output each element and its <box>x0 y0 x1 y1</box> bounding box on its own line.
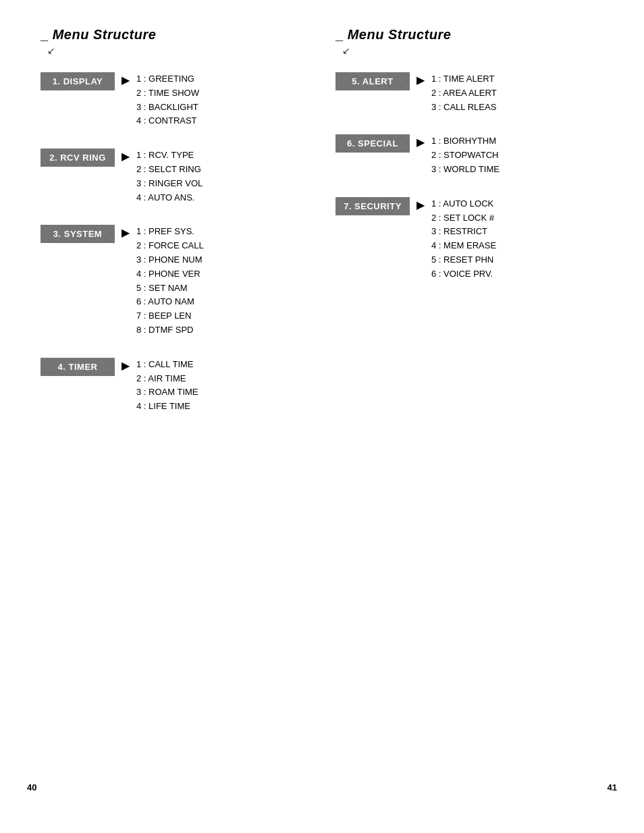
special-items: 1 : BIORHYTHM 2 : STOPWATCH 3 : WORLD TI… <box>431 134 500 176</box>
timer-items: 1 : CALL TIME 2 : AIR TIME 3 : ROAM TIME… <box>136 358 198 414</box>
list-item: 3 : ROAM TIME <box>136 385 198 400</box>
right-title: Menu Structure <box>336 27 603 43</box>
list-item: 4 : LIFE TIME <box>136 400 198 414</box>
alert-items: 1 : TIME ALERT 2 : AREA ALERT 3 : CALL R… <box>431 72 497 114</box>
display-items: 1 : GREETING 2 : TIME SHOW 3 : BACKLIGHT… <box>136 72 199 128</box>
alert-label: 5. ALERT <box>336 72 410 90</box>
right-column: Menu Structure ↙ 5. ALERT ▶ 1 : TIME ALE… <box>322 27 617 434</box>
list-item: 3 : PHONE NUM <box>136 253 204 267</box>
system-label: 3. SYSTEM <box>41 225 115 243</box>
list-item: 2 : SELCT RING <box>136 163 203 177</box>
list-item: 6 : VOICE PRV. <box>431 267 496 281</box>
list-item: 2 : SET LOCK # <box>431 211 496 225</box>
alert-arrow-icon: ▶ <box>417 74 425 86</box>
list-item: 3 : CALL RLEAS <box>431 101 497 115</box>
list-item: 1 : TIME ALERT <box>431 72 497 86</box>
display-label: 1. DISPLAY <box>41 72 115 90</box>
list-item: 6 : AUTO NAM <box>136 295 204 309</box>
display-arrow-icon: ▶ <box>122 74 130 86</box>
menu-section-special: 6. SPECIAL ▶ 1 : BIORHYTHM 2 : STOPWATCH… <box>336 134 603 176</box>
list-item: 2 : AREA ALERT <box>431 86 497 101</box>
menu-section-security: 7. SECURITY ▶ 1 : AUTO LOCK 2 : SET LOCK… <box>336 197 603 281</box>
left-title: Menu Structure <box>41 27 308 43</box>
security-items: 1 : AUTO LOCK 2 : SET LOCK # 3 : RESTRIC… <box>431 197 496 281</box>
list-item: 2 : AIR TIME <box>136 372 198 386</box>
list-item: 3 : BACKLIGHT <box>136 101 199 115</box>
special-label: 6. SPECIAL <box>336 134 410 153</box>
rcvring-arrow-icon: ▶ <box>122 150 130 163</box>
rcvring-label: 2. RCV RING <box>41 149 115 167</box>
security-label: 7. SECURITY <box>336 197 410 215</box>
left-column: Menu Structure ↙ 1. DISPLAY ▶ 1 : GREETI… <box>27 27 322 434</box>
list-item: 4 : CONTRAST <box>136 114 199 128</box>
list-item: 1 : GREETING <box>136 72 199 86</box>
list-item: 4 : AUTO ANS. <box>136 191 203 205</box>
menu-section-timer: 4. TIMER ▶ 1 : CALL TIME 2 : AIR TIME 3 … <box>41 358 308 414</box>
page-number-left: 40 <box>27 782 36 792</box>
system-items: 1 : PREF SYS. 2 : FORCE CALL 3 : PHONE N… <box>136 225 204 337</box>
menu-section-rcvring: 2. RCV RING ▶ 1 : RCV. TYPE 2 : SELCT RI… <box>41 149 308 205</box>
right-subtitle: ↙ <box>342 45 603 56</box>
rcvring-items: 1 : RCV. TYPE 2 : SELCT RING 3 : RINGER … <box>136 149 203 205</box>
menu-section-display: 1. DISPLAY ▶ 1 : GREETING 2 : TIME SHOW … <box>41 72 308 128</box>
timer-label: 4. TIMER <box>41 358 115 376</box>
list-item: 2 : FORCE CALL <box>136 239 204 253</box>
timer-arrow-icon: ▶ <box>122 359 130 372</box>
list-item: 8 : DTMF SPD <box>136 323 204 338</box>
list-item: 2 : TIME SHOW <box>136 86 199 101</box>
left-subtitle: ↙ <box>47 45 308 56</box>
list-item: 4 : PHONE VER <box>136 267 204 281</box>
list-item: 1 : CALL TIME <box>136 358 198 372</box>
list-item: 1 : PREF SYS. <box>136 225 204 239</box>
system-arrow-icon: ▶ <box>122 226 130 239</box>
page-number-right: 41 <box>608 782 617 792</box>
list-item: 3 : WORLD TIME <box>431 163 500 177</box>
list-item: 1 : AUTO LOCK <box>431 197 496 211</box>
list-item: 3 : RINGER VOL <box>136 177 203 191</box>
list-item: 1 : BIORHYTHM <box>431 134 500 149</box>
list-item: 5 : RESET PHN <box>431 253 496 267</box>
list-item: 2 : STOPWATCH <box>431 149 500 163</box>
list-item: 4 : MEM ERASE <box>431 239 496 253</box>
security-arrow-icon: ▶ <box>417 198 425 211</box>
menu-section-system: 3. SYSTEM ▶ 1 : PREF SYS. 2 : FORCE CALL… <box>41 225 308 337</box>
menu-section-alert: 5. ALERT ▶ 1 : TIME ALERT 2 : AREA ALERT… <box>336 72 603 114</box>
list-item: 7 : BEEP LEN <box>136 309 204 323</box>
special-arrow-icon: ▶ <box>417 136 425 149</box>
list-item: 1 : RCV. TYPE <box>136 149 203 163</box>
list-item: 5 : SET NAM <box>136 281 204 296</box>
list-item: 3 : RESTRICT <box>431 225 496 239</box>
